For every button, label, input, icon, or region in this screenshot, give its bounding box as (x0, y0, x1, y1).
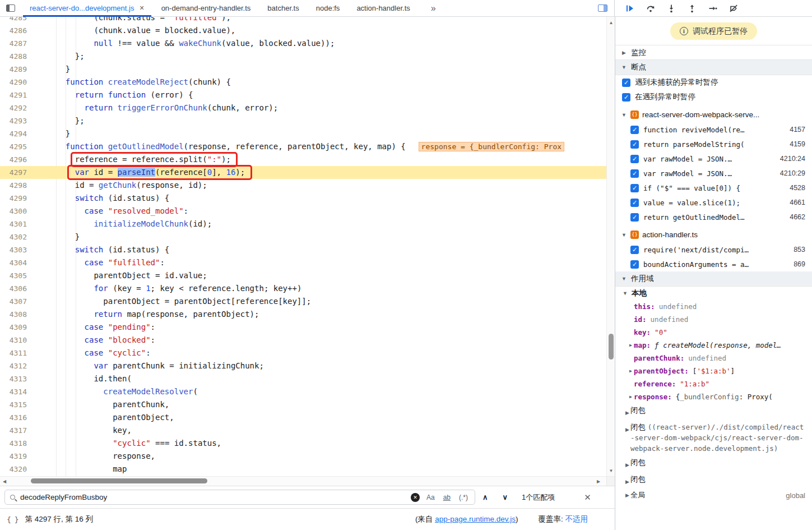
line-number[interactable]: 4286 (0, 24, 27, 37)
line-number[interactable]: 4312 (0, 360, 27, 372)
line-number[interactable]: 4308 (0, 308, 27, 321)
code-line[interactable]: 4311 case "cyclic": (0, 347, 615, 360)
checkbox-checked-icon[interactable]: ✓ (622, 79, 630, 87)
code-line[interactable]: 4286 (chunk.value = blocked.value), (0, 24, 615, 37)
line-number[interactable]: 4304 (0, 256, 27, 269)
breakpoint-entry[interactable]: ✓value = value.slice(1);4661 (615, 195, 812, 210)
breakpoint-entry[interactable]: ✓var rawModel = JSON.…4210:29 (615, 166, 812, 181)
code-line[interactable]: 4312 var parentChunk = initializingChunk… (0, 360, 615, 372)
editor-tab-0[interactable]: react-server-do...development.js✕ (21, 0, 153, 16)
code-line[interactable]: 4297 var id = parseInt(reference[0], 16)… (0, 166, 615, 179)
checkbox-checked-icon[interactable]: ✓ (630, 246, 639, 254)
code-line[interactable]: 4319 response, (0, 450, 615, 463)
code-line[interactable]: 4318 "cyclic" === id.status, (0, 437, 615, 450)
checkbox-checked-icon[interactable]: ✓ (630, 126, 639, 134)
code-line[interactable]: 4289 } (0, 63, 615, 76)
code-line[interactable]: 4305 parentObject = id.value; (0, 269, 615, 282)
code-line[interactable]: 4313 id.then( (0, 372, 615, 385)
checkbox-checked-icon[interactable]: ✓ (622, 93, 630, 102)
vertical-scrollbar-thumb[interactable] (609, 334, 614, 360)
checkbox-checked-icon[interactable]: ✓ (630, 169, 639, 178)
code-region[interactable]: 4285 (chunk.status = "fulfilled"),4286 (… (0, 17, 615, 476)
code-line[interactable]: 4294 } (0, 127, 615, 140)
line-number[interactable]: 4299 (0, 192, 27, 205)
checkbox-checked-icon[interactable]: ✓ (630, 199, 639, 207)
line-number[interactable]: 4320 (0, 463, 27, 476)
line-number[interactable]: 4301 (0, 218, 27, 231)
chevron-right-icon[interactable]: ▶ (624, 408, 630, 418)
line-number[interactable]: 4315 (0, 398, 27, 411)
editor-tab-3[interactable]: node:fs (308, 0, 349, 16)
code-line[interactable]: 4293 }; (0, 114, 615, 127)
line-number[interactable]: 4307 (0, 295, 27, 308)
chevron-down-icon[interactable]: ▼ (621, 112, 627, 118)
editor-tab-2[interactable]: batcher.ts (259, 0, 307, 16)
chevron-down-icon[interactable]: ▼ (621, 232, 627, 238)
chevron-right-icon[interactable]: ▶ (628, 394, 634, 399)
line-number[interactable]: 4303 (0, 243, 27, 256)
code-line[interactable]: 4299 switch (id.status) { (0, 192, 615, 205)
chevron-right-icon[interactable]: ▶ (624, 460, 630, 471)
chevron-right-icon[interactable]: ▶ (628, 368, 634, 374)
scope-variable[interactable]: ▶parentObject:['$1:a:b'] (615, 365, 812, 377)
line-number[interactable]: 4292 (0, 102, 27, 114)
breakpoint-entry[interactable]: ✓return getOutlinedModel…4662 (615, 210, 812, 224)
breakpoint-entry[interactable]: ✓function reviveModel(re…4157 (615, 122, 812, 137)
code-line[interactable]: 4316 parentObject, (0, 411, 615, 424)
resume-script-button[interactable] (624, 2, 636, 15)
code-line[interactable]: 4309 case "pending": (0, 321, 615, 334)
line-number[interactable]: 4305 (0, 269, 27, 282)
step-into-button[interactable] (665, 2, 678, 15)
line-number[interactable]: 4310 (0, 334, 27, 347)
line-number[interactable]: 4296 (0, 153, 27, 166)
line-number[interactable]: 4314 (0, 385, 27, 398)
checkbox-checked-icon[interactable]: ✓ (630, 155, 639, 163)
step-out-button[interactable] (686, 2, 698, 15)
line-number[interactable]: 4317 (0, 424, 27, 437)
line-number[interactable]: 4289 (0, 63, 27, 76)
section-scope[interactable]: ▼ 作用域 (615, 271, 812, 287)
scope-variable[interactable]: key:"0" (615, 326, 812, 339)
scope-variable[interactable]: reference:"1:a:b" (615, 377, 812, 390)
breakpoint-file-group-1[interactable]: ▼{}action-handler.ts (615, 227, 812, 242)
coverage-value[interactable]: 不适用 (565, 515, 588, 523)
deactivate-breakpoints-button[interactable] (727, 2, 740, 15)
line-number[interactable]: 4290 (0, 76, 27, 89)
breakpoint-file-group-0[interactable]: ▼{}react-server-dom-webpack-serve... (615, 107, 812, 122)
line-number[interactable]: 4311 (0, 347, 27, 360)
step-over-button[interactable] (644, 2, 657, 15)
code-line[interactable]: 4306 for (key = 1; key < reference.lengt… (0, 282, 615, 295)
source-file-link[interactable]: app-page.runtime.dev.js (435, 515, 516, 523)
scope-closure-group[interactable]: ▶闭包 (615, 455, 812, 472)
vertical-scrollbar[interactable]: ▲ ▼ (606, 17, 615, 476)
whole-word-toggle[interactable]: ab (442, 494, 452, 501)
code-line[interactable]: 4307 parentObject = parentObject[referen… (0, 295, 615, 308)
scope-closure-group[interactable]: ▶闭包 (615, 403, 812, 420)
code-line[interactable]: 4314 createModelResolver( (0, 385, 615, 398)
chevron-right-icon[interactable]: ▶ (624, 477, 630, 487)
scope-closure-group[interactable]: ▶闭包 (615, 472, 812, 489)
scroll-up-button[interactable]: ▲ (607, 19, 615, 26)
chevron-down-icon[interactable]: ▼ (622, 291, 628, 296)
line-number[interactable]: 4297 (0, 166, 27, 179)
code-line[interactable]: 4296 reference = reference.split(":"); (0, 153, 615, 166)
editor-tab-1[interactable]: on-demand-entry-handler.ts (153, 0, 259, 16)
line-number[interactable]: 4291 (0, 89, 27, 102)
line-number[interactable]: 4293 (0, 114, 27, 127)
breakpoint-entry[interactable]: ✓return parseModelString(4159 (615, 137, 812, 151)
regex-toggle[interactable]: (.*) (457, 494, 470, 501)
next-match-button[interactable]: ∨ (495, 493, 516, 501)
line-number[interactable]: 4306 (0, 282, 27, 295)
scope-variable[interactable]: parentChunk:undefined (615, 352, 812, 365)
more-tabs-button[interactable]: » (428, 1, 439, 16)
checkbox-checked-icon[interactable]: ✓ (630, 213, 639, 222)
checkbox-checked-icon[interactable]: ✓ (630, 184, 639, 192)
scroll-left-button[interactable]: ◀ (0, 479, 9, 484)
pretty-print-button[interactable]: { } (7, 515, 18, 524)
scope-variable[interactable]: ▶map:ƒ createModel(response, model… (615, 339, 812, 352)
chevron-right-icon[interactable]: ▶ (628, 343, 634, 348)
breakpoint-entry[interactable]: ✓boundActionArguments = a…869 (615, 257, 812, 271)
search-input[interactable] (20, 493, 406, 501)
code-line[interactable]: 4300 case "resolved_model": (0, 205, 615, 218)
code-line[interactable]: 4320 map (0, 463, 615, 476)
